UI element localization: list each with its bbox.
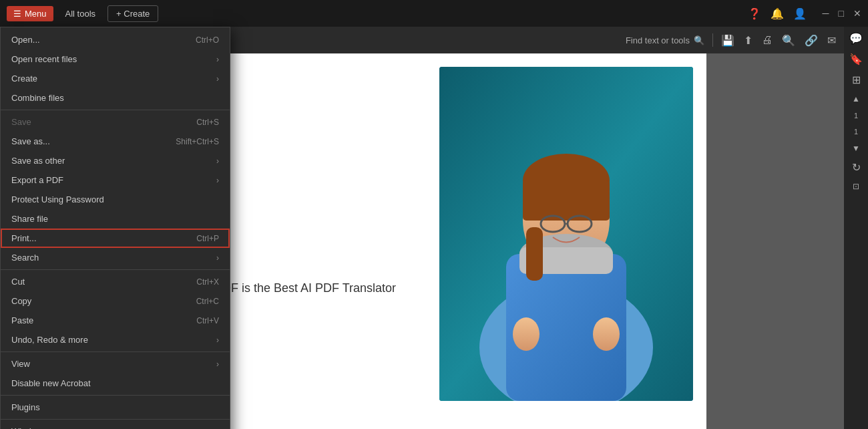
- right-chat-icon[interactable]: 💬: [849, 32, 863, 45]
- menu-item-export-pdf[interactable]: Export a PDF ›: [1, 170, 230, 190]
- menu-item-copy[interactable]: Copy Ctrl+C: [1, 291, 230, 311]
- email-icon[interactable]: ✉: [827, 34, 836, 47]
- close-button[interactable]: ✕: [853, 8, 861, 19]
- save-cloud-icon[interactable]: 💾: [721, 34, 734, 47]
- menu-item-view[interactable]: View ›: [1, 354, 230, 374]
- menu-divider-3: [1, 351, 230, 352]
- right-scroll-down[interactable]: ▼: [852, 144, 860, 153]
- svg-point-14: [593, 317, 620, 351]
- menu-item-window[interactable]: Window ›: [1, 422, 230, 429]
- titlebar: ☰ Menu All tools + Create ❓ 🔔 👤 ─ □ ✕: [0, 0, 868, 27]
- window-controls: ─ □ ✕: [823, 8, 861, 19]
- menu-item-create[interactable]: Create ›: [1, 69, 230, 88]
- person-image: [439, 67, 693, 401]
- right-fit-icon[interactable]: ⊡: [853, 182, 859, 191]
- menu-label: Menu: [25, 9, 47, 19]
- menu-divider-4: [1, 395, 230, 396]
- menu-item-print[interactable]: Print... Ctrl+P: [1, 229, 230, 248]
- search-icon[interactable]: 🔍: [694, 35, 704, 45]
- pdf-image: [439, 67, 693, 401]
- create-button[interactable]: + Create: [107, 5, 158, 22]
- pdf-page: UPDF is the Best AI PDF Translator: [186, 53, 706, 429]
- right-bookmark-icon[interactable]: 🔖: [849, 53, 863, 65]
- maximize-button[interactable]: □: [839, 8, 844, 19]
- toolbar-search-area: Find text or tools 🔍: [626, 35, 704, 45]
- menu-icon: ☰: [13, 9, 21, 19]
- menu-item-open[interactable]: Open... Ctrl+O: [1, 30, 230, 49]
- menu-divider-2: [1, 269, 230, 270]
- svg-rect-6: [523, 180, 610, 221]
- menu-item-combine[interactable]: Combine files: [1, 88, 230, 108]
- all-tools-tab[interactable]: All tools: [59, 6, 103, 21]
- dropdown-menu: Open... Ctrl+O Open recent files › Creat…: [0, 27, 230, 429]
- titlebar-right: ❓ 🔔 👤 ─ □ ✕: [748, 7, 861, 20]
- pdf-content-text: UPDF is the Best AI PDF Translator: [206, 281, 396, 295]
- menu-item-cut[interactable]: Cut Ctrl+X: [1, 272, 230, 291]
- toolbar-search-text: Find text or tools: [626, 35, 690, 45]
- right-grid-icon[interactable]: ⊞: [852, 74, 861, 86]
- menu-item-paste[interactable]: Paste Ctrl+V: [1, 311, 230, 330]
- menu-item-save-as[interactable]: Save as... Shift+Ctrl+S: [1, 132, 230, 151]
- toolbar-icons: 💾 ⬆ 🖨 🔍 🔗 ✉: [721, 34, 836, 47]
- notification-icon[interactable]: 🔔: [771, 7, 784, 20]
- svg-rect-12: [526, 227, 543, 281]
- find-icon[interactable]: 🔍: [782, 34, 795, 47]
- right-page-num1: 1: [854, 112, 858, 120]
- right-page-num2: 1: [854, 128, 858, 136]
- upload-icon[interactable]: ⬆: [744, 34, 752, 47]
- menu-item-save[interactable]: Save Ctrl+S: [1, 112, 230, 132]
- menu-item-plugins[interactable]: Plugins: [1, 398, 230, 417]
- help-icon[interactable]: ❓: [748, 7, 761, 20]
- print-icon[interactable]: 🖨: [762, 34, 773, 46]
- link-icon[interactable]: 🔗: [805, 34, 818, 47]
- menu-item-search[interactable]: Search ›: [1, 248, 230, 267]
- svg-point-13: [513, 317, 539, 351]
- menu-item-protect-password[interactable]: Protect Using Password: [1, 190, 230, 209]
- titlebar-left: ☰ Menu All tools + Create: [7, 5, 158, 22]
- menu-item-open-recent[interactable]: Open recent files ›: [1, 49, 230, 69]
- menu-divider-1: [1, 110, 230, 110]
- menu-button[interactable]: ☰ Menu: [7, 6, 53, 21]
- menu-item-undo-redo[interactable]: Undo, Redo & more ›: [1, 330, 230, 349]
- menu-item-disable-acrobat[interactable]: Disable new Acrobat: [1, 374, 230, 393]
- right-panel: 💬 🔖 ⊞ ▲ 1 1 ▼ ↻ ⊡: [844, 27, 868, 429]
- account-icon[interactable]: 👤: [793, 7, 807, 20]
- menu-item-share-file[interactable]: Share file: [1, 209, 230, 229]
- right-scroll-up[interactable]: ▲: [852, 94, 860, 104]
- menu-divider-5: [1, 419, 230, 420]
- right-refresh-icon[interactable]: ↻: [852, 161, 861, 174]
- minimize-button[interactable]: ─: [823, 8, 829, 19]
- menu-item-save-as-other[interactable]: Save as other ›: [1, 151, 230, 170]
